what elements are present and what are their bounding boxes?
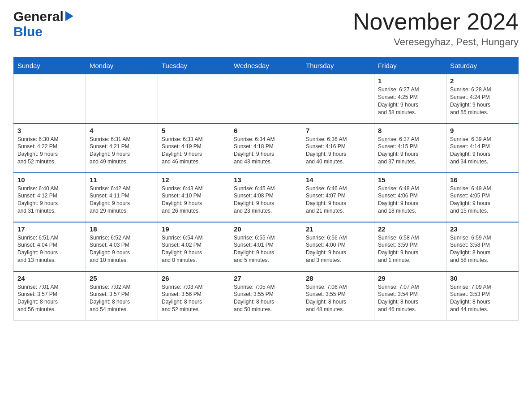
day-info: Sunrise: 6:54 AM Sunset: 4:02 PM Dayligh…	[162, 234, 226, 264]
day-number: 25	[90, 274, 154, 282]
calendar-cell	[14, 74, 86, 124]
day-info: Sunrise: 7:06 AM Sunset: 3:55 PM Dayligh…	[306, 283, 370, 313]
day-info: Sunrise: 6:33 AM Sunset: 4:19 PM Dayligh…	[162, 136, 226, 166]
logo: General Blue	[13, 9, 73, 39]
day-info: Sunrise: 7:07 AM Sunset: 3:54 PM Dayligh…	[378, 283, 442, 313]
day-number: 19	[162, 225, 226, 233]
day-info: Sunrise: 7:05 AM Sunset: 3:55 PM Dayligh…	[234, 283, 298, 313]
logo-general-text: General	[13, 9, 64, 24]
day-info: Sunrise: 7:01 AM Sunset: 3:57 PM Dayligh…	[17, 283, 82, 313]
day-info: Sunrise: 6:28 AM Sunset: 4:24 PM Dayligh…	[450, 86, 515, 116]
day-number: 2	[450, 77, 515, 85]
day-number: 22	[378, 225, 442, 233]
day-info: Sunrise: 6:52 AM Sunset: 4:03 PM Dayligh…	[90, 234, 154, 264]
day-number: 16	[450, 176, 515, 184]
day-info: Sunrise: 6:34 AM Sunset: 4:18 PM Dayligh…	[234, 136, 298, 166]
day-info: Sunrise: 6:31 AM Sunset: 4:21 PM Dayligh…	[90, 136, 154, 166]
calendar-cell: 25Sunrise: 7:02 AM Sunset: 3:57 PM Dayli…	[86, 271, 158, 321]
calendar-cell: 4Sunrise: 6:31 AM Sunset: 4:21 PM Daylig…	[86, 124, 158, 173]
calendar-cell	[86, 74, 158, 124]
calendar-cell: 18Sunrise: 6:52 AM Sunset: 4:03 PM Dayli…	[86, 222, 158, 271]
calendar-cell: 20Sunrise: 6:55 AM Sunset: 4:01 PM Dayli…	[230, 222, 302, 271]
calendar-cell: 28Sunrise: 7:06 AM Sunset: 3:55 PM Dayli…	[302, 271, 374, 321]
day-number: 18	[90, 225, 154, 233]
calendar-cell: 15Sunrise: 6:48 AM Sunset: 4:06 PM Dayli…	[374, 173, 446, 222]
day-header-friday: Friday	[374, 57, 446, 74]
day-number: 21	[306, 225, 370, 233]
day-info: Sunrise: 6:40 AM Sunset: 4:12 PM Dayligh…	[17, 185, 82, 215]
month-title: November 2024	[353, 9, 519, 34]
calendar-cell: 26Sunrise: 7:03 AM Sunset: 3:56 PM Dayli…	[158, 271, 230, 321]
day-number: 26	[162, 274, 226, 282]
day-info: Sunrise: 6:37 AM Sunset: 4:15 PM Dayligh…	[378, 136, 442, 166]
day-info: Sunrise: 7:03 AM Sunset: 3:56 PM Dayligh…	[162, 283, 226, 313]
calendar-cell	[230, 74, 302, 124]
calendar-cell: 27Sunrise: 7:05 AM Sunset: 3:55 PM Dayli…	[230, 271, 302, 321]
day-info: Sunrise: 6:55 AM Sunset: 4:01 PM Dayligh…	[234, 234, 298, 264]
day-number: 6	[234, 127, 298, 134]
calendar-cell: 1Sunrise: 6:27 AM Sunset: 4:25 PM Daylig…	[374, 74, 446, 124]
day-info: Sunrise: 6:42 AM Sunset: 4:11 PM Dayligh…	[90, 185, 154, 215]
days-header-row: SundayMondayTuesdayWednesdayThursdayFrid…	[14, 57, 519, 74]
day-number: 8	[378, 127, 442, 134]
day-number: 30	[450, 274, 515, 282]
day-header-sunday: Sunday	[14, 57, 86, 74]
calendar-cell: 10Sunrise: 6:40 AM Sunset: 4:12 PM Dayli…	[14, 173, 86, 222]
day-number: 13	[234, 176, 298, 184]
day-info: Sunrise: 6:58 AM Sunset: 3:59 PM Dayligh…	[378, 234, 442, 264]
day-number: 20	[234, 225, 298, 233]
page-header: General Blue November 2024 Veresegyhaz, …	[13, 9, 519, 48]
calendar-cell: 13Sunrise: 6:45 AM Sunset: 4:08 PM Dayli…	[230, 173, 302, 222]
svg-marker-0	[65, 11, 73, 21]
calendar-cell: 22Sunrise: 6:58 AM Sunset: 3:59 PM Dayli…	[374, 222, 446, 271]
day-number: 29	[378, 274, 442, 282]
day-info: Sunrise: 6:45 AM Sunset: 4:08 PM Dayligh…	[234, 185, 298, 215]
day-info: Sunrise: 6:59 AM Sunset: 3:58 PM Dayligh…	[450, 234, 515, 264]
day-info: Sunrise: 6:36 AM Sunset: 4:16 PM Dayligh…	[306, 136, 370, 166]
day-number: 1	[378, 77, 442, 85]
calendar-cell: 24Sunrise: 7:01 AM Sunset: 3:57 PM Dayli…	[14, 271, 86, 321]
calendar-cell: 8Sunrise: 6:37 AM Sunset: 4:15 PM Daylig…	[374, 124, 446, 173]
calendar-cell: 12Sunrise: 6:43 AM Sunset: 4:10 PM Dayli…	[158, 173, 230, 222]
day-number: 11	[90, 176, 154, 184]
logo-triangle-icon	[65, 11, 73, 23]
week-row-2: 3Sunrise: 6:30 AM Sunset: 4:22 PM Daylig…	[14, 124, 519, 173]
calendar-cell: 5Sunrise: 6:33 AM Sunset: 4:19 PM Daylig…	[158, 124, 230, 173]
day-info: Sunrise: 6:48 AM Sunset: 4:06 PM Dayligh…	[378, 185, 442, 215]
day-number: 17	[17, 225, 82, 233]
day-header-saturday: Saturday	[446, 57, 519, 74]
calendar-cell: 3Sunrise: 6:30 AM Sunset: 4:22 PM Daylig…	[14, 124, 86, 173]
day-number: 27	[234, 274, 298, 282]
day-number: 28	[306, 274, 370, 282]
logo-blue-text: Blue	[13, 24, 43, 39]
calendar-cell: 30Sunrise: 7:09 AM Sunset: 3:53 PM Dayli…	[446, 271, 519, 321]
calendar-cell	[158, 74, 230, 124]
calendar-cell: 14Sunrise: 6:46 AM Sunset: 4:07 PM Dayli…	[302, 173, 374, 222]
day-header-tuesday: Tuesday	[158, 57, 230, 74]
week-row-1: 1Sunrise: 6:27 AM Sunset: 4:25 PM Daylig…	[14, 74, 519, 124]
day-header-wednesday: Wednesday	[230, 57, 302, 74]
calendar-cell	[302, 74, 374, 124]
calendar-cell: 21Sunrise: 6:56 AM Sunset: 4:00 PM Dayli…	[302, 222, 374, 271]
day-number: 23	[450, 225, 515, 233]
calendar-table: SundayMondayTuesdayWednesdayThursdayFrid…	[13, 57, 519, 321]
calendar-cell: 19Sunrise: 6:54 AM Sunset: 4:02 PM Dayli…	[158, 222, 230, 271]
day-number: 12	[162, 176, 226, 184]
day-number: 5	[162, 127, 226, 134]
week-row-3: 10Sunrise: 6:40 AM Sunset: 4:12 PM Dayli…	[14, 173, 519, 222]
calendar-cell: 2Sunrise: 6:28 AM Sunset: 4:24 PM Daylig…	[446, 74, 519, 124]
day-info: Sunrise: 6:39 AM Sunset: 4:14 PM Dayligh…	[450, 136, 515, 166]
calendar-cell: 9Sunrise: 6:39 AM Sunset: 4:14 PM Daylig…	[446, 124, 519, 173]
week-row-5: 24Sunrise: 7:01 AM Sunset: 3:57 PM Dayli…	[14, 271, 519, 321]
calendar-cell: 6Sunrise: 6:34 AM Sunset: 4:18 PM Daylig…	[230, 124, 302, 173]
day-info: Sunrise: 6:30 AM Sunset: 4:22 PM Dayligh…	[17, 136, 82, 166]
day-number: 15	[378, 176, 442, 184]
day-info: Sunrise: 6:43 AM Sunset: 4:10 PM Dayligh…	[162, 185, 226, 215]
day-info: Sunrise: 6:46 AM Sunset: 4:07 PM Dayligh…	[306, 185, 370, 215]
day-number: 3	[17, 127, 82, 134]
calendar-cell: 17Sunrise: 6:51 AM Sunset: 4:04 PM Dayli…	[14, 222, 86, 271]
day-number: 4	[90, 127, 154, 134]
day-header-thursday: Thursday	[302, 57, 374, 74]
day-info: Sunrise: 6:56 AM Sunset: 4:00 PM Dayligh…	[306, 234, 370, 264]
calendar-cell: 23Sunrise: 6:59 AM Sunset: 3:58 PM Dayli…	[446, 222, 519, 271]
